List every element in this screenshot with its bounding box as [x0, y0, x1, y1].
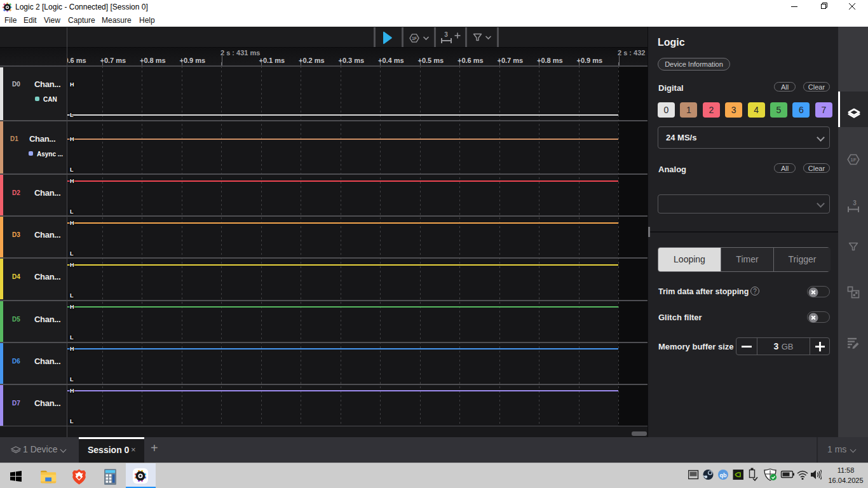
svg-text:3: 3	[853, 200, 857, 207]
svg-text:1F: 1F	[412, 36, 417, 41]
svg-text:1F: 1F	[850, 157, 856, 163]
svg-text:3: 3	[444, 31, 448, 38]
svg-text:qb: qb	[720, 472, 727, 478]
